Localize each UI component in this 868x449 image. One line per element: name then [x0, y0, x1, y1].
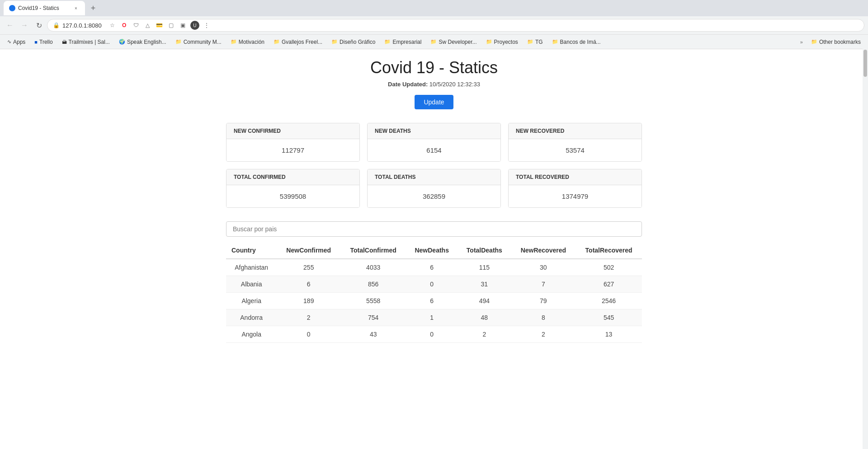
- date-updated: Date Updated: 10/5/2020 12:32:33: [9, 81, 859, 88]
- address-bar[interactable]: 🔒 127.0.0.1:8080 ☆ O 🛡 △ 💳 ▢ ▣ U ⋮: [47, 19, 864, 32]
- table-row: Andorra27541488545: [226, 309, 642, 326]
- vpn-icon[interactable]: △: [143, 21, 152, 30]
- stat-card-new-recovered: NEW RECOVERED 53574: [508, 123, 642, 162]
- tab-icon[interactable]: ▣: [179, 21, 188, 30]
- active-tab[interactable]: Covid19 - Statics ×: [4, 1, 85, 15]
- bookmark-tg[interactable]: 📁 TG: [524, 38, 547, 46]
- stat-card-new-confirmed: NEW CONFIRMED 112797: [226, 123, 360, 162]
- bookmark-trailmixes[interactable]: 🏔 Trailmixes | Sal...: [58, 38, 113, 46]
- table-header-row: Country NewConfirmed TotalConfirmed NewD…: [226, 242, 642, 259]
- folder-icon: 📁: [552, 39, 558, 45]
- col-total-deaths: TotalDeaths: [458, 242, 511, 259]
- page-title: Covid 19 - Statics: [9, 58, 859, 77]
- cell-value: 545: [576, 309, 642, 326]
- scrollbar-thumb[interactable]: [863, 50, 867, 77]
- stats-grid: NEW CONFIRMED 112797 NEW DEATHS 6154 NEW…: [226, 123, 642, 208]
- trello-icon: ■: [34, 39, 38, 45]
- tab-close-button[interactable]: ×: [72, 5, 80, 12]
- cell-value: 2546: [576, 293, 642, 309]
- profile-icon[interactable]: U: [190, 21, 199, 30]
- bookmark-motivacion[interactable]: 📁 Motivación: [227, 38, 268, 46]
- bookmarks-overflow-button[interactable]: »: [797, 38, 806, 46]
- trailmixes-icon: 🏔: [62, 39, 67, 45]
- data-table: Country NewConfirmed TotalConfirmed NewD…: [226, 242, 642, 343]
- stat-card-header: NEW DEATHS: [368, 123, 500, 139]
- stat-card-total-recovered: TOTAL RECOVERED 1374979: [508, 169, 642, 208]
- wallet-icon[interactable]: 💳: [155, 21, 164, 30]
- back-button[interactable]: ←: [4, 19, 16, 32]
- stat-card-value: 5399508: [226, 185, 359, 207]
- page-header: Covid 19 - Statics Date Updated: 10/5/20…: [9, 58, 859, 109]
- bookmark-trailmixes-label: Trailmixes | Sal...: [69, 39, 110, 45]
- scrollbar[interactable]: [863, 49, 868, 449]
- cell-value: 856: [340, 276, 406, 293]
- tab-title: Covid19 - Statics: [18, 5, 70, 11]
- bookmark-other[interactable]: 📁 Other bookmarks: [807, 38, 864, 46]
- folder-icon: 📁: [811, 39, 817, 45]
- stat-card-value: 1374979: [509, 185, 642, 207]
- bookmark-trello[interactable]: ■ Trello: [31, 38, 56, 46]
- bookmark-bancos[interactable]: 📁 Bancos de Imá...: [548, 38, 604, 46]
- forward-button[interactable]: →: [18, 19, 31, 32]
- bookmarks-bar: ∿ Apps ■ Trello 🏔 Trailmixes | Sal... 🌍 …: [0, 34, 868, 49]
- bookmark-empresarial[interactable]: 📁 Empresarial: [381, 38, 425, 46]
- folder-icon: 📁: [430, 39, 437, 45]
- cell-value: 43: [340, 326, 406, 343]
- cell-value: 189: [277, 293, 340, 309]
- folder-icon: 📁: [331, 39, 338, 45]
- stat-card-header: TOTAL DEATHS: [368, 169, 500, 185]
- cell-value: 115: [458, 259, 511, 276]
- cell-value: 5558: [340, 293, 406, 309]
- bookmark-diseno[interactable]: 📁 Diseño Gráfico: [328, 38, 379, 46]
- apps-grid-icon: ∿: [7, 39, 11, 45]
- search-input[interactable]: [226, 221, 642, 237]
- cell-value: 79: [511, 293, 576, 309]
- cell-value: 48: [458, 309, 511, 326]
- cell-value: 6: [406, 293, 458, 309]
- col-new-recovered: NewRecovered: [511, 242, 576, 259]
- screenshot-icon[interactable]: ▢: [167, 21, 176, 30]
- bookmark-gvallejos[interactable]: 📁 Gvallejos Freel...: [270, 38, 326, 46]
- stat-card-value: 6154: [368, 139, 500, 161]
- cell-value: 627: [576, 276, 642, 293]
- secure-icon: 🔒: [53, 22, 60, 28]
- bookmark-speak-english-label: Speak English...: [127, 39, 166, 45]
- star-icon[interactable]: ☆: [108, 21, 117, 30]
- address-bar-icons: ☆ O 🛡 △ 💳 ▢ ▣ U ⋮: [108, 21, 211, 30]
- stat-card-total-confirmed: TOTAL CONFIRMED 5399508: [226, 169, 360, 208]
- cell-value: 2: [511, 326, 576, 343]
- stat-card-value: 362859: [368, 185, 500, 207]
- tab-bar: Covid19 - Statics × +: [0, 0, 868, 16]
- bookmark-proyectos[interactable]: 📁 Proyectos: [482, 38, 522, 46]
- tab-favicon: [9, 5, 15, 11]
- bookmark-sw-developer-label: Sw Developer...: [439, 39, 476, 45]
- stat-card-header: NEW RECOVERED: [509, 123, 642, 139]
- cell-value: 8: [511, 309, 576, 326]
- cell-value: 255: [277, 259, 340, 276]
- new-tab-button[interactable]: +: [87, 2, 99, 14]
- table-container: Country NewConfirmed TotalConfirmed NewD…: [226, 242, 642, 343]
- address-bar-row: ← → ↻ 🔒 127.0.0.1:8080 ☆ O 🛡 △ 💳 ▢ ▣ U ⋮: [0, 16, 868, 34]
- col-new-deaths: NewDeaths: [406, 242, 458, 259]
- bookmark-other-label: Other bookmarks: [819, 39, 861, 45]
- shield-icon[interactable]: 🛡: [132, 21, 141, 30]
- col-total-confirmed: TotalConfirmed: [340, 242, 406, 259]
- bookmark-apps-label: Apps: [13, 39, 25, 45]
- cell-country: Angola: [226, 326, 277, 343]
- reload-button[interactable]: ↻: [33, 19, 45, 32]
- menu-icon[interactable]: ⋮: [202, 21, 211, 30]
- table-row: Angola04302213: [226, 326, 642, 343]
- bookmark-bancos-label: Bancos de Imá...: [560, 39, 601, 45]
- stat-card-new-deaths: NEW DEATHS 6154: [367, 123, 501, 162]
- cell-value: 6: [406, 259, 458, 276]
- speak-english-icon: 🌍: [119, 39, 125, 45]
- opera-icon[interactable]: O: [120, 21, 129, 30]
- cell-value: 502: [576, 259, 642, 276]
- bookmark-sw-developer[interactable]: 📁 Sw Developer...: [427, 38, 480, 46]
- bookmark-speak-english[interactable]: 🌍 Speak English...: [115, 38, 170, 46]
- update-button[interactable]: Update: [415, 95, 453, 109]
- bookmark-community[interactable]: 📁 Community M...: [172, 38, 225, 46]
- cell-country: Afghanistan: [226, 259, 277, 276]
- bookmark-apps[interactable]: ∿ Apps: [4, 38, 29, 46]
- cell-value: 6: [277, 276, 340, 293]
